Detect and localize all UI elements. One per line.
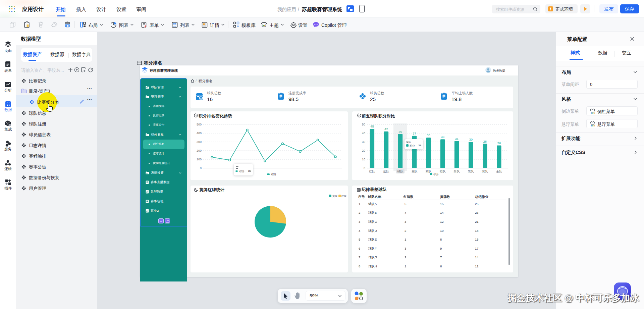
svg-text:紫队: 紫队 — [426, 170, 432, 173]
svg-text:白队: 白队 — [454, 170, 460, 173]
svg-text:20: 20 — [362, 149, 365, 152]
svg-text:蓝队: 蓝队 — [383, 170, 389, 173]
svg-text:500: 500 — [197, 123, 202, 126]
svg-text:300: 300 — [197, 140, 202, 144]
svg-text:39: 39 — [398, 130, 402, 134]
svg-text:橙队: 橙队 — [440, 170, 446, 173]
svg-text:黄队: 黄队 — [412, 170, 418, 173]
svg-text:10: 10 — [362, 158, 365, 161]
svg-text:42: 42 — [384, 127, 388, 131]
svg-text:红队: 红队 — [369, 170, 375, 173]
svg-text:100: 100 — [197, 158, 202, 161]
svg-text:积分: 积分 — [271, 173, 276, 176]
svg-text:30: 30 — [469, 138, 473, 141]
svg-text:30: 30 — [362, 140, 365, 144]
svg-text:26: 26 — [497, 141, 501, 145]
svg-text:200: 200 — [197, 149, 202, 152]
svg-text:37: 37 — [413, 132, 416, 135]
svg-text:绿队: 绿队 — [397, 170, 404, 173]
svg-text:400: 400 — [197, 132, 202, 135]
svg-text:黑队: 黑队 — [468, 170, 474, 173]
svg-text:0: 0 — [200, 166, 202, 170]
svg-text:33: 33 — [441, 135, 444, 139]
svg-text:灰队: 灰队 — [482, 170, 488, 173]
svg-text:35: 35 — [427, 133, 430, 137]
svg-text:40: 40 — [362, 132, 365, 135]
svg-text:黄牌: 黄牌 — [332, 195, 337, 198]
svg-text:0: 0 — [364, 166, 365, 170]
svg-text:45: 45 — [370, 124, 374, 128]
svg-text:金队: 金队 — [496, 170, 502, 173]
svg-text:31: 31 — [455, 137, 459, 141]
svg-text:积分: 积分 — [433, 173, 439, 176]
svg-text:50: 50 — [362, 123, 365, 126]
svg-text:红牌: 红牌 — [341, 195, 346, 198]
svg-text:28: 28 — [483, 140, 487, 143]
